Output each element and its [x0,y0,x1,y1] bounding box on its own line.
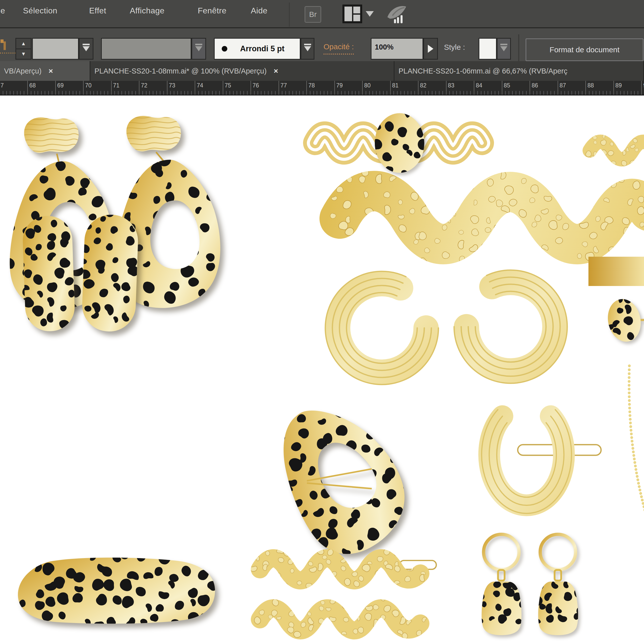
ribbed-barrette[interactable] [482,396,601,513]
variable-width-dropdown[interactable] [191,38,206,60]
ruler-minor-tick [132,91,132,95]
stroke-weight-stepper[interactable]: ▲ ▼ [15,38,32,60]
document-tab[interactable]: PLANCHE-SS20-1-08mm.ai* @ 100% (RVB/Aper… [90,61,394,81]
ruler-minor-tick [216,91,216,95]
leopard-barrette[interactable] [241,372,431,574]
oval-hair-clip-right[interactable] [78,206,139,333]
menu-item-fenêtre[interactable]: Fenêtre [198,6,227,15]
tab-close-icon[interactable]: × [274,67,278,75]
wavy-hair-clip-top[interactable] [248,541,436,590]
leopard-bead[interactable] [602,290,644,345]
wavy-barrette[interactable] [309,107,487,182]
variable-width-field[interactable] [101,38,191,60]
artboard-canvas[interactable] [0,95,644,644]
menu-item-clipped[interactable]: e [1,6,5,15]
ruler-minor-tick [76,91,77,95]
ruler-minor-tick [153,91,153,95]
ruler-minor-tick [387,91,387,95]
ruler-minor-tick [449,91,450,95]
arrange-documents-icon[interactable] [342,5,362,23]
ruler-minor-tick [163,91,164,95]
dotted-chain[interactable] [628,365,644,525]
ruler-number: 82 [420,82,427,89]
bridge-button[interactable]: Br [305,6,321,23]
menu-item-aide[interactable]: Aide [251,6,267,15]
ruler-minor-tick [327,91,328,95]
ruler-major-tick [613,81,614,95]
opacity-value: 100% [375,43,393,51]
ruler-number: 81 [392,82,399,89]
tab-title: VB/Aperçu) [4,67,41,75]
ruler-minor-tick [575,91,576,95]
ruler-major-tick [111,81,112,95]
ruler-minor-tick [48,91,49,95]
ruler-minor-tick [149,91,150,95]
ruler-minor-tick [142,91,143,95]
ruler-minor-tick [264,91,265,95]
ruler-minor-tick [624,91,624,95]
cs-live-icon[interactable] [385,4,408,24]
gold-swatch-rectangle[interactable] [588,257,644,286]
ruler-minor-tick [509,91,509,95]
menu-item-affichage[interactable]: Affichage [130,6,164,15]
stepper-up-icon[interactable]: ▲ [16,39,31,49]
hoop-earring-right[interactable] [530,534,586,635]
stepper-down-icon[interactable]: ▼ [16,49,31,59]
ruler-minor-tick [352,91,352,95]
opacity-label[interactable]: Opacité : [324,42,354,55]
chevron-down-icon [500,46,507,51]
stroke-weight-field[interactable] [32,38,79,60]
ruler-minor-tick [212,91,213,95]
ruler-minor-tick [498,91,499,95]
menu-item-effet[interactable]: Effet [89,6,106,15]
ruler-minor-tick [41,91,42,95]
ruler-minor-tick [596,91,596,95]
arrange-dropdown-caret[interactable] [366,11,374,17]
style-swatch[interactable] [479,38,497,60]
ruler-minor-tick [376,91,377,95]
ruler-minor-tick [610,91,610,95]
hoop-earring-left[interactable] [477,534,528,635]
ruler-minor-tick [261,91,261,95]
large-oval-hair-clip[interactable] [8,543,218,634]
ruler-minor-tick [247,91,247,95]
style-dropdown[interactable] [497,38,511,60]
horizontal-ruler[interactable]: 7686970717273747576777879808182838485868… [0,81,644,95]
ruler-minor-tick [205,91,206,95]
ruler-minor-tick [481,91,481,95]
ruler-major-tick [418,81,418,95]
large-wavy-band[interactable] [330,158,644,270]
document-format-button[interactable]: Format de document [526,38,643,61]
brush-select[interactable]: Arrondi 5 pt [214,38,301,60]
ruler-minor-tick [366,91,366,95]
ruler-minor-tick [477,91,478,95]
ruler-minor-tick [439,91,439,95]
tab-title: PLANCHE-SS20-1-08mm.ai* @ 100% (RVB/Aper… [94,67,267,75]
ruler-minor-tick [24,91,24,95]
ruler-minor-tick [495,91,495,95]
menu-bar: e SélectionEffetAffichageFenêtreAide Br [0,0,644,27]
ruler-minor-tick [397,91,398,95]
document-tab[interactable]: PLANCHE-SS20-1-06mm.ai @ 66,67% (RVB/Ape… [394,61,644,81]
small-wavy-bracelet[interactable] [581,128,644,166]
wavy-hair-clip-bottom[interactable] [247,592,428,641]
ribbed-ear-cuff-left[interactable] [325,271,438,385]
ruler-minor-tick [547,91,548,95]
opacity-arrow-button[interactable] [423,38,438,60]
ruler-major-tick [27,81,28,95]
brush-dropdown[interactable] [301,38,314,60]
ruler-major-tick [474,81,474,95]
ruler-minor-tick [324,91,324,95]
tab-close-icon[interactable]: × [48,67,53,75]
ruler-minor-tick [383,91,384,95]
ruler-number: 70 [85,82,92,89]
ruler-number: 79 [336,82,343,89]
ruler-number: 83 [448,82,455,89]
ribbed-ear-cuff-right[interactable] [454,270,567,383]
ruler-minor-tick [627,91,628,95]
ruler-major-tick [223,81,223,95]
document-tab[interactable]: VB/Aperçu)× [0,61,90,81]
ruler-major-tick [558,81,558,95]
stroke-weight-dropdown[interactable] [79,38,93,60]
menu-item-sélection[interactable]: Sélection [23,6,57,15]
